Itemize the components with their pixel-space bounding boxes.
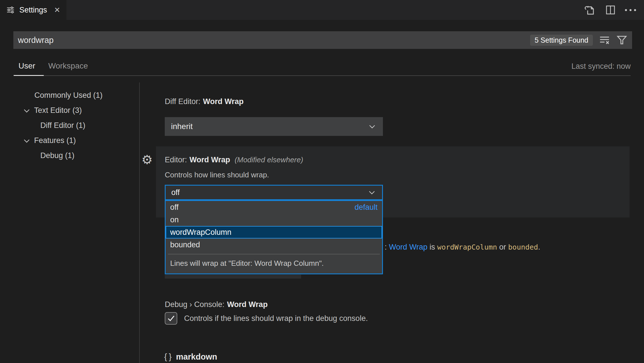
- setting-label: Word Wrap: [203, 97, 244, 106]
- editor-actions: [583, 0, 636, 20]
- chevron-down-icon: [23, 137, 31, 145]
- diff-editor-word-wrap-select[interactable]: inherit: [165, 117, 383, 136]
- toc-item-text-editor[interactable]: Text Editor (3): [23, 106, 82, 115]
- gear-icon[interactable]: ⚙: [141, 154, 153, 166]
- option-default-tag: default: [355, 203, 378, 212]
- tab-user[interactable]: User: [18, 61, 35, 70]
- word-wrap-link[interactable]: Word Wrap: [389, 243, 428, 251]
- settings-search-input[interactable]: wordwrap 5 Settings Found: [13, 31, 632, 49]
- toc-item-diff-editor[interactable]: Diff Editor (1): [40, 121, 86, 130]
- divider: [139, 82, 140, 363]
- setting-label: Word Wrap: [189, 155, 230, 164]
- settings-sliders-icon: [6, 6, 15, 14]
- checkbox-checked[interactable]: [165, 312, 177, 325]
- toc-item-features[interactable]: Features (1): [23, 136, 76, 145]
- text: is: [428, 243, 437, 251]
- search-query: wordwrap: [18, 36, 54, 45]
- markdown-section-header: { } markdown: [164, 352, 217, 362]
- section-label: markdown: [176, 352, 217, 362]
- setting-category: Debug › Console:: [165, 300, 224, 309]
- tab-title: Settings: [19, 6, 47, 14]
- word-wrap-dropdown-list: off default on wordWrapColumn bounded Li…: [165, 200, 383, 274]
- text: .: [538, 243, 540, 251]
- chevron-down-icon: [367, 188, 376, 197]
- toc-item-label: Text Editor (3): [34, 106, 82, 115]
- select-value: off: [171, 188, 180, 197]
- chevron-down-icon: [368, 122, 377, 131]
- editor-word-wrap-select[interactable]: off: [165, 185, 383, 200]
- setting-description: Controls if the lines should wrap in the…: [184, 314, 368, 323]
- braces-icon: { }: [164, 352, 171, 362]
- results-count-badge: 5 Settings Found: [530, 35, 593, 46]
- text: or: [497, 243, 508, 251]
- settings-tab[interactable]: Settings ✕: [0, 0, 66, 20]
- toc-item-debug[interactable]: Debug (1): [40, 151, 74, 160]
- setting-title-editor-word-wrap: Editor:Word Wrap(Modified elsewhere): [165, 155, 303, 164]
- hidden-setting-edge: [165, 275, 301, 279]
- text: :: [385, 243, 389, 251]
- filter-icon[interactable]: [616, 34, 628, 46]
- setting-title-debug-console-word-wrap: Debug › Console:Word Wrap: [165, 300, 268, 309]
- setting-category: Diff Editor:: [165, 97, 201, 106]
- toc-item-label: Features (1): [34, 136, 76, 145]
- chevron-down-icon: [23, 107, 31, 115]
- option-label: on: [170, 215, 179, 224]
- setting-category: Editor:: [165, 155, 187, 164]
- split-editor-icon[interactable]: [605, 4, 616, 16]
- last-synced-status: Last synced: now: [571, 62, 631, 71]
- option-label: bounded: [170, 240, 200, 249]
- active-tab-underline: [14, 75, 44, 76]
- option-wordwrapcolumn[interactable]: wordWrapColumn: [166, 226, 382, 238]
- option-bounded[interactable]: bounded: [166, 238, 382, 251]
- toc-item-label: Debug (1): [40, 151, 74, 160]
- setting-description: Controls how lines should wrap.: [165, 171, 269, 179]
- settings-editor: Settings ✕ wordwrap: [0, 0, 644, 363]
- close-icon[interactable]: ✕: [54, 6, 60, 14]
- toc-item-label: Diff Editor (1): [40, 121, 86, 130]
- clear-settings-search-icon[interactable]: [599, 34, 610, 46]
- modified-elsewhere-note: (Modified elsewhere): [235, 155, 303, 164]
- more-actions-icon[interactable]: [625, 9, 636, 11]
- toc-item-label: Commonly Used (1): [34, 91, 103, 100]
- option-off[interactable]: off default: [166, 201, 382, 213]
- option-on[interactable]: on: [166, 213, 382, 226]
- debug-console-word-wrap-row: Controls if the lines should wrap in the…: [165, 312, 368, 325]
- open-settings-json-icon[interactable]: [583, 4, 596, 16]
- obscured-setting-description: : Word Wrap is wordWrapColumn or bounded…: [385, 243, 540, 252]
- toc-item-commonly-used[interactable]: Commonly Used (1): [34, 91, 103, 100]
- code-span: bounded: [508, 243, 538, 251]
- tab-workspace[interactable]: Workspace: [48, 61, 88, 70]
- tab-bar: Settings ✕: [0, 0, 644, 20]
- code-span: wordWrapColumn: [437, 243, 497, 251]
- select-value: inherit: [171, 122, 193, 131]
- setting-title-diff-editor-word-wrap: Diff Editor:Word Wrap: [165, 97, 244, 106]
- option-description: Lines will wrap at "Editor: Word Wrap Co…: [166, 254, 382, 273]
- option-label: wordWrapColumn: [170, 228, 232, 237]
- setting-label: Word Wrap: [227, 300, 268, 309]
- divider: [14, 75, 631, 76]
- option-label: off: [170, 203, 179, 212]
